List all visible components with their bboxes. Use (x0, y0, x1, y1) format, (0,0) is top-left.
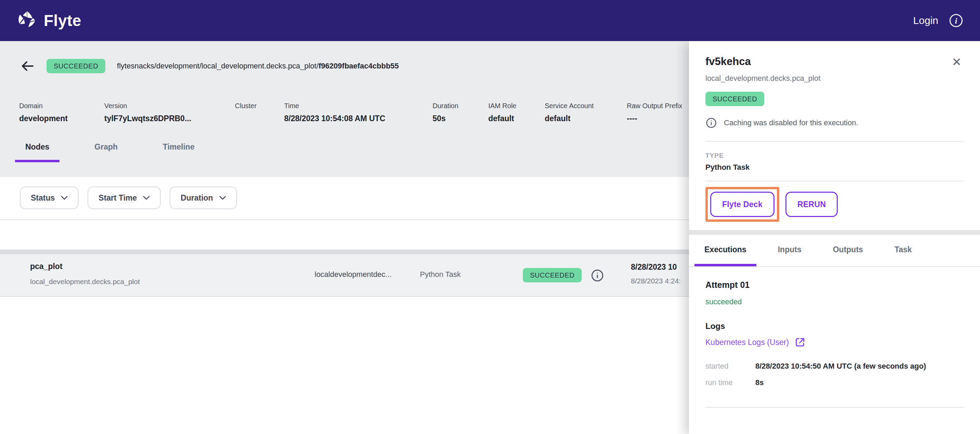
panel-tab-task[interactable]: Task (885, 245, 922, 266)
flyte-home-link[interactable]: Flyte (16, 10, 81, 31)
meta-value: tylF7yLwqtsz6DPRB0... (104, 114, 235, 123)
highlight-annotation-box: Flyte Deck (705, 187, 779, 222)
meta-version: Version tylF7yLwqtsz6DPRB0... (104, 102, 235, 123)
node-status-badge: SUCCEEDED (523, 268, 582, 282)
meta-label: Domain (19, 102, 104, 110)
panel-header: fv5kehca ✕ (705, 56, 964, 69)
started-row: started 8/28/2023 10:54:50 AM UTC (a few… (705, 362, 964, 371)
panel-divider-band (689, 230, 980, 235)
panel-tab-inputs[interactable]: Inputs (768, 245, 811, 266)
panel-divider (705, 407, 964, 408)
execution-path-prefix: flytesnacks/development/local_developmen… (117, 62, 318, 70)
kubernetes-logs-link[interactable]: Kubernetes Logs (User) (705, 337, 806, 348)
duration-filter-button[interactable]: Duration (170, 187, 237, 209)
panel-tabs: Executions Inputs Outputs Task (689, 245, 980, 267)
tab-graph[interactable]: Graph (84, 142, 128, 162)
node-detail-panel: fv5kehca ✕ local_development.decks.pca_p… (689, 41, 980, 434)
rerun-button[interactable]: RERUN (786, 191, 838, 217)
tab-nodes[interactable]: Nodes (15, 142, 59, 162)
info-icon (705, 117, 717, 129)
meta-service-account: Service Account default (545, 102, 627, 123)
status-filter-label: Status (31, 193, 55, 203)
meta-value: development (19, 114, 104, 123)
meta-domain: Domain development (19, 102, 104, 123)
meta-value: default (488, 114, 545, 123)
node-task-type: Python Task (420, 270, 461, 279)
caching-note-row: Caching was disabled for this execution. (705, 117, 964, 129)
top-navbar: Flyte Login i (0, 0, 980, 41)
panel-status-badge: SUCCEEDED (705, 92, 764, 106)
meta-duration: Duration 50s (433, 102, 488, 123)
external-link-icon[interactable] (794, 337, 806, 348)
caching-note-text: Caching was disabled for this execution. (724, 118, 858, 127)
type-value: Python Task (705, 163, 964, 172)
start-time-filter-button[interactable]: Start Time (88, 187, 161, 209)
execution-id: f96209fbaefac4cbbb55 (319, 62, 399, 70)
meta-value: default (545, 114, 627, 123)
meta-label: Service Account (545, 102, 627, 110)
flyte-deck-button[interactable]: Flyte Deck (710, 191, 775, 217)
close-icon[interactable]: ✕ (950, 56, 964, 69)
execution-path[interactable]: flytesnacks/development/local_developmen… (117, 62, 399, 70)
meta-iam-role: IAM Role default (488, 102, 545, 123)
svg-text:i: i (955, 16, 958, 26)
start-time-filter-label: Start Time (99, 193, 137, 203)
node-execution-id: localdevelopmentdec... (315, 270, 391, 279)
status-filter-button[interactable]: Status (20, 187, 79, 209)
attempt-title: Attempt 01 (705, 280, 964, 290)
runtime-label: run time (705, 378, 755, 387)
kubernetes-logs-link-text: Kubernetes Logs (User) (705, 338, 789, 347)
brand-name: Flyte (44, 11, 81, 30)
chevron-down-icon (219, 196, 226, 200)
flyte-console-app: Flyte Login i SUCCEEDED flytesnacks/deve… (0, 0, 980, 434)
node-start-time-utc: 8/28/2023 10 (631, 263, 677, 272)
execution-status-badge: SUCCEEDED (46, 59, 105, 73)
started-label: started (705, 362, 755, 371)
panel-actions: Flyte Deck RERUN (705, 187, 964, 222)
panel-divider (705, 141, 964, 142)
chevron-down-icon (61, 196, 68, 200)
meta-label: IAM Role (488, 102, 545, 110)
meta-label: Version (104, 102, 235, 110)
meta-value: 50s (433, 114, 488, 123)
attempt-section: Attempt 01 succeeded Logs Kubernetes Log… (689, 280, 980, 408)
flyte-logo-icon (16, 10, 38, 31)
runtime-value: 8s (755, 378, 764, 387)
panel-divider (705, 181, 964, 181)
chevron-down-icon (143, 196, 150, 200)
version-info-icon[interactable]: i (948, 13, 964, 28)
meta-label: Duration (433, 102, 488, 110)
logs-heading: Logs (705, 321, 964, 331)
meta-label: Cluster (235, 102, 284, 110)
node-start-time-local: 8/28/2023 4:24: (631, 277, 681, 285)
node-name: pca_plot (30, 262, 62, 271)
meta-value: 8/28/2023 10:54:08 AM UTC (284, 114, 433, 123)
panel-subtitle: local_development.decks.pca_plot (705, 74, 964, 83)
panel-tab-executions[interactable]: Executions (694, 245, 756, 266)
attempt-status: succeeded (705, 297, 964, 306)
started-value: 8/28/2023 10:54:50 AM UTC (a few seconds… (755, 362, 926, 371)
node-info-icon[interactable] (590, 269, 604, 282)
meta-cluster: Cluster (235, 102, 284, 123)
node-full-name: local_development.decks.pca_plot (30, 278, 140, 286)
meta-time: Time 8/28/2023 10:54:08 AM UTC (284, 102, 433, 123)
panel-tab-outputs[interactable]: Outputs (823, 245, 873, 266)
runtime-row: run time 8s (705, 378, 964, 387)
back-arrow-icon[interactable] (20, 59, 35, 73)
login-button[interactable]: Login (913, 15, 938, 26)
type-label: TYPE (705, 152, 964, 160)
navbar-right: Login i (913, 13, 964, 28)
duration-filter-label: Duration (181, 193, 213, 203)
panel-title: fv5kehca (705, 56, 751, 68)
meta-label: Time (284, 102, 433, 110)
tab-timeline[interactable]: Timeline (153, 142, 205, 162)
